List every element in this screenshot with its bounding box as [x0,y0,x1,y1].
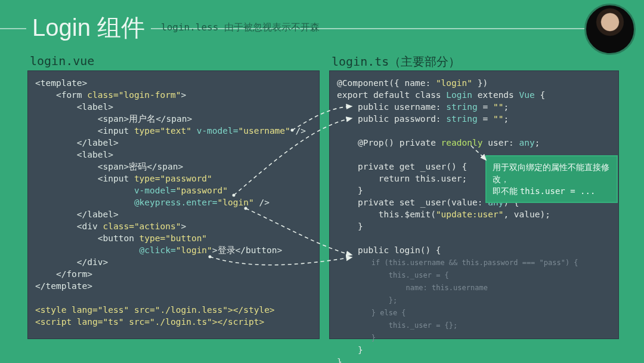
code-line: <template> [35,78,87,88]
title-rule-left [0,28,26,29]
slide-title: Login 组件 [26,11,151,47]
subtitle-text: 由于被忽视表示不开森 [224,21,320,33]
title-row: Login 组件 [0,14,644,43]
callout-line1: 用于双向绑定的属性不能直接修改， [493,161,611,185]
right-panel-label: login.ts（主要部分） [332,54,460,70]
callout-box: 用于双向绑定的属性不能直接修改， 即不能 this.user = ... [485,155,618,203]
code-login-ts: @Component({ name: "login" }) export def… [329,70,619,339]
left-panel-label: login.vue [30,54,94,68]
right-panel-file: login.ts [332,54,389,69]
callout-line2: 即不能 this.user = ... [493,185,611,197]
slide: Login 组件 login.less 由于被忽视表示不开森 login.vue… [0,0,644,363]
code-login-vue: <template> <form class="login-form"> <la… [27,70,320,339]
subtitle-file: login.less [161,21,218,33]
speaker-avatar [584,4,636,55]
subtitle: login.less 由于被忽视表示不开森 [161,21,320,34]
right-panel-annotation: （主要部分） [389,55,460,68]
